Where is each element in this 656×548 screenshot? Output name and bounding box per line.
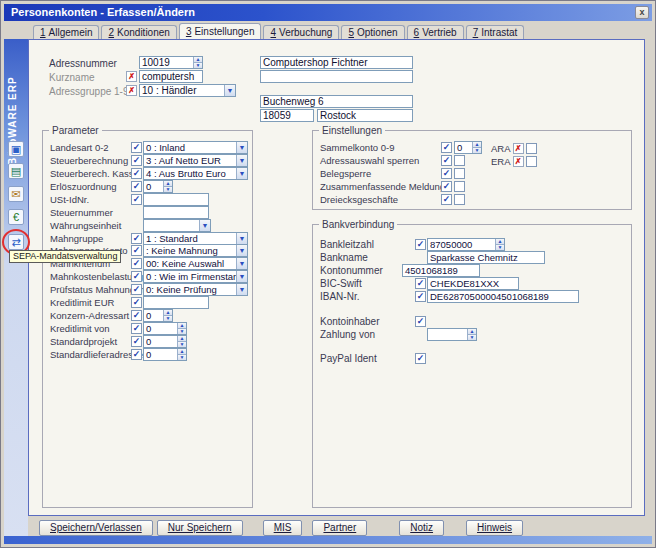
steuernummer-field[interactable] — [143, 206, 209, 219]
chevron-down-icon[interactable]: ▼ — [236, 258, 247, 269]
spin-down-icon[interactable]: ▼ — [177, 328, 186, 334]
mahnungen-konto-dropdown[interactable]: : Keine Mahnung▼ — [143, 244, 248, 257]
erloeszuordnung-checkbox[interactable]: ✓ — [131, 181, 142, 192]
ust-idnr-checkbox[interactable]: ✓ — [131, 194, 142, 205]
bic-swift-field[interactable]: CHEKDE81XXX — [427, 277, 519, 290]
zahlung-von-field[interactable]: ▲▼ — [427, 328, 477, 341]
erloeszuordnung-spinner[interactable]: 0▲▼ — [143, 180, 173, 193]
chevron-down-icon[interactable]: ▼ — [236, 271, 247, 282]
paypal-ident-checkbox[interactable]: ✓ — [415, 353, 426, 364]
steuerberechnung-checkbox[interactable]: ✓ — [131, 155, 142, 166]
tab-konditionen[interactable]: 2Konditionen — [101, 25, 176, 39]
euro-icon[interactable]: € — [8, 209, 24, 225]
tab-verbuchung[interactable]: 4Verbuchung — [263, 25, 339, 39]
steuerberech-kasse-checkbox[interactable]: ✓ — [131, 168, 142, 179]
sepa-mandatsverwaltung-icon[interactable]: ⇄ — [8, 234, 24, 250]
adressnummer-field[interactable]: 10019 ▲▼ — [139, 56, 203, 69]
spin-down-icon[interactable]: ▼ — [177, 354, 186, 360]
standardlieferadresse-checkbox[interactable]: ✓ — [131, 349, 142, 360]
zusammenfassende-meldung-secondary-checkbox[interactable] — [454, 181, 465, 192]
tab-optionen[interactable]: 5Optionen — [341, 25, 404, 39]
mahngruppe-checkbox[interactable]: ✓ — [131, 233, 142, 244]
spin-down-icon[interactable]: ▼ — [467, 334, 476, 340]
konzern-adressart-spinner[interactable]: 0▲▼ — [143, 309, 173, 322]
adressgruppe-dropdown[interactable]: 10 : Händler ▼ — [139, 84, 236, 97]
steuerberechnung-dropdown[interactable]: 3 : Auf Netto EUR▼ — [143, 154, 248, 167]
plz-field[interactable]: 18059 — [260, 109, 314, 122]
title-bar[interactable]: Personenkonten - Erfassen/Ändern x — [4, 4, 652, 21]
spin-down-icon[interactable]: ▼ — [163, 186, 172, 192]
landesart-checkbox[interactable]: ✓ — [131, 142, 142, 153]
pruefstatus-checkbox[interactable]: ✓ — [131, 284, 142, 295]
waehrungseinheit-dropdown[interactable]: ▼ — [143, 219, 211, 232]
adressauswahl-secondary-checkbox[interactable] — [454, 155, 465, 166]
chevron-down-icon[interactable]: ▼ — [236, 142, 247, 153]
notiz-button[interactable]: Notiz — [399, 520, 444, 536]
landesart-dropdown[interactable]: 0 : Inland▼ — [143, 141, 248, 154]
spin-down-icon[interactable]: ▼ — [495, 244, 504, 250]
speichern-verlassen-button[interactable]: Speichern/Verlassen — [39, 520, 153, 536]
steuerberech-kasse-dropdown[interactable]: 4 : Aus Brutto Euro▼ — [143, 167, 248, 180]
iban-field[interactable]: DE62870500004501068189 — [427, 290, 579, 303]
window-icon[interactable]: ▣ — [8, 141, 24, 157]
spin-down-icon[interactable]: ▼ — [193, 62, 202, 68]
chevron-down-icon[interactable]: ▼ — [236, 245, 247, 256]
iban-checkbox[interactable]: ✓ — [415, 291, 426, 302]
belegsperre-secondary-checkbox[interactable] — [454, 168, 465, 179]
kontoinhaber-checkbox[interactable]: ✓ — [415, 316, 426, 327]
strasse-field[interactable]: Buchenweg 6 — [260, 95, 413, 108]
kreditlimit-eur-field[interactable] — [143, 296, 209, 309]
era-clear-icon[interactable]: ✗ — [513, 156, 524, 167]
bic-swift-checkbox[interactable]: ✓ — [415, 278, 426, 289]
chevron-down-icon[interactable]: ▼ — [236, 233, 247, 244]
tab-intrastat[interactable]: 7Intrastat — [466, 25, 525, 39]
mahnkostenbelastung-dropdown[interactable]: 0 : Wie im Firmenstamm eing▼ — [143, 270, 248, 283]
ort-field[interactable]: Rostock — [317, 109, 413, 122]
tab-vertrieb[interactable]: 6Vertrieb — [407, 25, 464, 39]
hinweis-button[interactable]: Hinweis — [466, 520, 523, 536]
mahnkostenbelastung-checkbox[interactable]: ✓ — [131, 271, 142, 282]
belegsperre-checkbox[interactable]: ✓ — [441, 168, 452, 179]
sammelkonto-spinner[interactable]: 0▲▼ — [454, 141, 482, 154]
mail-icon[interactable]: ✉ — [8, 186, 24, 202]
ara-checkbox[interactable] — [526, 143, 537, 154]
dreiecksgeschaefte-secondary-checkbox[interactable] — [454, 194, 465, 205]
adressauswahl-checkbox[interactable]: ✓ — [441, 155, 452, 166]
tab-allgemein[interactable]: 1Allgemein — [33, 25, 99, 39]
nur-speichern-button[interactable]: Nur Speichern — [157, 520, 243, 536]
chevron-down-icon[interactable]: ▼ — [199, 220, 210, 231]
mahnkriterium-dropdown[interactable]: 00: Keine Auswahl▼ — [143, 257, 248, 270]
sammelkonto-checkbox[interactable]: ✓ — [441, 142, 452, 153]
kreditlimit-von-checkbox[interactable]: ✓ — [131, 323, 142, 334]
kreditlimit-eur-checkbox[interactable]: ✓ — [131, 297, 142, 308]
bankleitzahl-checkbox[interactable]: ✓ — [415, 239, 426, 250]
mahnkriterium-checkbox[interactable]: ✓ — [131, 258, 142, 269]
standardprojekt-field[interactable]: 0▲▼ — [143, 335, 187, 348]
mis-button[interactable]: MIS — [263, 520, 303, 536]
close-button[interactable]: x — [635, 6, 649, 19]
mahngruppe-dropdown[interactable]: 1 : Standard▼ — [143, 232, 248, 245]
dreiecksgeschaefte-checkbox[interactable]: ✓ — [441, 194, 452, 205]
mahnungen-konto-checkbox[interactable]: ✓ — [131, 245, 142, 256]
table-icon[interactable]: ▤ — [8, 163, 24, 179]
kontonummer-field[interactable]: 4501068189 — [402, 264, 480, 277]
standardprojekt-checkbox[interactable]: ✓ — [131, 336, 142, 347]
zusammenfassende-meldung-checkbox[interactable]: ✓ — [441, 181, 452, 192]
chevron-down-icon[interactable]: ▼ — [236, 155, 247, 166]
spin-down-icon[interactable]: ▼ — [472, 147, 481, 153]
name1-field[interactable]: Computershop Fichtner — [260, 56, 413, 69]
ara-clear-icon[interactable]: ✗ — [513, 143, 524, 154]
bankname-field[interactable]: Sparkasse Chemnitz — [427, 251, 545, 264]
era-checkbox[interactable] — [526, 156, 537, 167]
chevron-down-icon[interactable]: ▼ — [224, 85, 235, 96]
ust-idnr-field[interactable] — [143, 193, 209, 206]
partner-button[interactable]: Partner — [312, 520, 367, 536]
kreditlimit-von-field[interactable]: 0▲▼ — [143, 322, 187, 335]
spin-down-icon[interactable]: ▼ — [177, 341, 186, 347]
standardlieferadresse-field[interactable]: 0▲▼ — [143, 348, 187, 361]
kurzname-field[interactable]: computersh — [139, 70, 203, 83]
name2-field[interactable] — [260, 70, 413, 83]
chevron-down-icon[interactable]: ▼ — [236, 284, 247, 295]
spin-down-icon[interactable]: ▼ — [163, 315, 172, 321]
kurzname-clear-icon[interactable]: ✗ — [126, 71, 137, 82]
